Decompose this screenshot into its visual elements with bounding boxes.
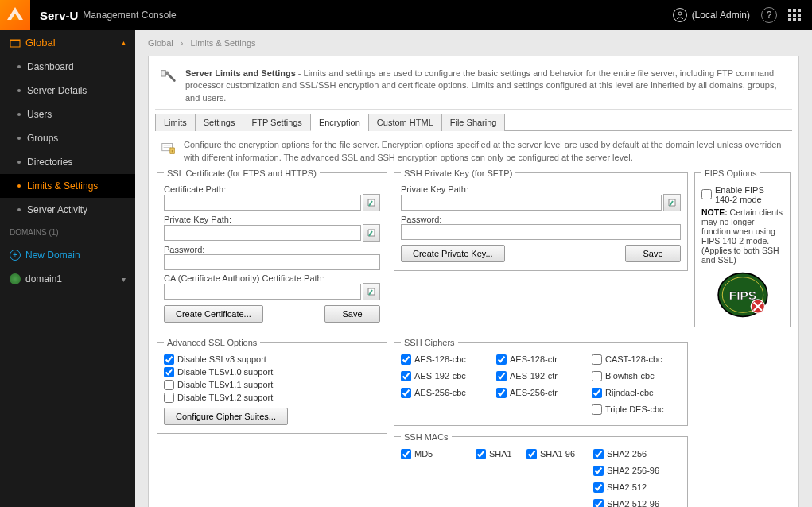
settings-wrench-icon <box>160 68 177 85</box>
checkbox-aes-128-cbc[interactable]: AES-128-cbc <box>401 354 490 365</box>
chevron-up-icon: ▴ <box>122 38 126 47</box>
brand-subtitle: Management Console <box>83 10 176 21</box>
chevron-down-icon: ▾ <box>122 275 126 284</box>
ssl-password-input[interactable] <box>164 254 380 270</box>
sidebar-item-label: Groups <box>27 133 58 144</box>
checkbox-disable-tlsv1-1-support[interactable]: Disable TLSv1.1 support <box>164 380 380 390</box>
checkbox-disable-sslv3-support[interactable]: Disable SSLv3 support <box>164 354 380 365</box>
sidebar-item-groups[interactable]: Groups <box>0 126 135 150</box>
tab-limits[interactable]: Limits <box>155 114 196 131</box>
fips-note: NOTE: Certain clients may no longer func… <box>701 207 783 265</box>
tab-encryption[interactable]: Encryption <box>310 114 369 131</box>
checkbox-blowfish-cbc[interactable]: Blowfish-cbc <box>592 371 681 381</box>
checkbox-rijndael-cbc[interactable]: Rijndael-cbc <box>592 388 681 398</box>
tab-info-text: Configure the encryption options for the… <box>184 139 787 164</box>
svg-rect-8 <box>172 150 173 153</box>
ca-cert-browse-button[interactable] <box>363 283 380 300</box>
create-private-key-button[interactable]: Create Private Key... <box>401 245 505 262</box>
panel-description: Server Limits and Settings - Limits and … <box>185 68 787 104</box>
enable-fips-checkbox[interactable]: Enable FIPS 140-2 mode <box>701 185 783 204</box>
checkbox-sha1-96[interactable]: SHA1 96 <box>526 449 590 459</box>
bullet-icon <box>17 137 21 140</box>
tab-file-sharing[interactable]: File Sharing <box>441 114 506 131</box>
sidebar-section-global[interactable]: Global ▴ <box>0 30 135 55</box>
sidebar-item-server-activity[interactable]: Server Activity <box>0 198 135 222</box>
globe-icon <box>10 273 21 284</box>
sidebar-item-limits-settings[interactable]: Limits & Settings <box>0 174 135 198</box>
user-badge[interactable]: (Local Admin) <box>673 8 750 22</box>
sidebar-item-label: Dashboard <box>27 61 74 72</box>
topbar: Serv-U Management Console (Local Admin) … <box>0 0 812 30</box>
sidebar-item-directories[interactable]: Directories <box>0 150 135 174</box>
main-panel: Server Limits and Settings - Limits and … <box>148 56 799 507</box>
ssh-private-key-browse-button[interactable] <box>663 194 681 211</box>
ssl-private-key-browse-button[interactable] <box>363 224 380 242</box>
breadcrumb-global[interactable]: Global <box>148 38 173 48</box>
sidebar-domain-domain1[interactable]: domain1 ▾ <box>0 267 135 291</box>
checkbox-sha2-512-96[interactable]: SHA2 512-96 <box>593 499 681 507</box>
svg-text:FIPS: FIPS <box>728 288 756 302</box>
sidebar-item-label: Directories <box>27 157 72 168</box>
checkbox-sha2-256[interactable]: SHA2 256 <box>593 449 681 459</box>
sidebar: Global ▴ DashboardServer DetailsUsersGro… <box>0 30 135 507</box>
checkbox-cast-128-cbc[interactable]: CAST-128-cbc <box>592 354 681 365</box>
sidebar-item-users[interactable]: Users <box>0 103 135 126</box>
tab-settings[interactable]: Settings <box>195 114 244 131</box>
fips-options-group: FIPS Options Enable FIPS 140-2 mode NOTE… <box>694 168 791 327</box>
tab-ftp-settings[interactable]: FTP Settings <box>243 114 310 131</box>
help-icon[interactable]: ? <box>761 7 777 23</box>
ssh-macs-group: SSH MACs MD5SHA1SHA1 96SHA2 256 SHA2 256… <box>394 432 688 507</box>
svg-rect-2 <box>10 40 20 41</box>
new-domain-button[interactable]: + New Domain <box>0 243 135 267</box>
user-name: (Local Admin) <box>692 10 750 21</box>
bullet-icon <box>17 184 21 188</box>
bullet-icon <box>17 161 21 164</box>
bullet-icon <box>17 113 21 116</box>
breadcrumb-current: Limits & Settings <box>191 38 256 48</box>
cert-path-input[interactable] <box>164 195 361 211</box>
create-certificate-button[interactable]: Create Certificate... <box>164 305 263 323</box>
ca-cert-path-input[interactable] <box>164 284 361 300</box>
checkbox-aes-192-ctr[interactable]: AES-192-ctr <box>496 371 585 381</box>
advanced-ssl-group: Advanced SSL Options Disable SSLv3 suppo… <box>157 338 387 434</box>
tabs: LimitsSettingsFTP SettingsEncryptionCust… <box>155 113 792 131</box>
checkbox-md5[interactable]: MD5 <box>401 449 472 459</box>
ssh-private-key-group: SSH Private Key (for SFTP) Private Key P… <box>394 168 688 271</box>
apps-grid-icon[interactable] <box>788 9 801 21</box>
sidebar-item-label: Server Details <box>27 85 87 96</box>
sidebar-item-label: Users <box>27 109 52 120</box>
checkbox-aes-256-cbc[interactable]: AES-256-cbc <box>401 388 490 398</box>
ssh-save-button[interactable]: Save <box>625 245 681 262</box>
bullet-icon <box>17 208 21 211</box>
tab-custom-html[interactable]: Custom HTML <box>368 114 442 131</box>
checkbox-aes-192-cbc[interactable]: AES-192-cbc <box>401 371 490 381</box>
ssl-private-key-input[interactable] <box>164 225 361 241</box>
checkbox-aes-256-ctr[interactable]: AES-256-ctr <box>496 388 585 398</box>
svg-point-0 <box>678 12 682 15</box>
sidebar-item-label: Limits & Settings <box>27 180 98 192</box>
checkbox-disable-tlsv1-2-support[interactable]: Disable TLSv1.2 support <box>164 393 380 403</box>
checkbox-sha2-256-96[interactable]: SHA2 256-96 <box>593 466 681 476</box>
bullet-icon <box>17 65 21 68</box>
sidebar-item-dashboard[interactable]: Dashboard <box>0 55 135 79</box>
checkbox-sha1[interactable]: SHA1 <box>476 449 523 459</box>
sidebar-item-server-details[interactable]: Server Details <box>0 79 135 103</box>
plus-icon: + <box>10 250 21 261</box>
checkbox-triple-des-cbc[interactable]: Triple DES-cbc <box>592 404 681 415</box>
ssl-save-button[interactable]: Save <box>324 305 380 323</box>
bullet-icon <box>17 89 21 92</box>
checkbox-aes-128-ctr[interactable]: AES-128-ctr <box>496 354 585 365</box>
ssh-private-key-input[interactable] <box>401 195 662 211</box>
checkbox-sha2-512[interactable]: SHA2 512 <box>593 482 681 493</box>
sidebar-item-label: Server Activity <box>27 204 87 215</box>
configure-cipher-suites-button[interactable]: Configure Cipher Suites... <box>164 408 288 425</box>
brand-name: Serv-U <box>40 9 78 22</box>
cert-path-browse-button[interactable] <box>363 194 380 211</box>
ssl-certificate-group: SSL Certificate (for FTPS and HTTPS) Cer… <box>157 168 387 331</box>
checkbox-disable-tlsv1-0-support[interactable]: Disable TLSv1.0 support <box>164 367 380 377</box>
ssh-ciphers-group: SSH Ciphers AES-128-cbcAES-128-ctrCAST-1… <box>394 338 688 426</box>
ssh-password-input[interactable] <box>401 224 681 240</box>
encryption-info-icon <box>160 139 177 157</box>
svg-rect-6 <box>164 145 171 146</box>
svg-point-4 <box>165 72 169 76</box>
